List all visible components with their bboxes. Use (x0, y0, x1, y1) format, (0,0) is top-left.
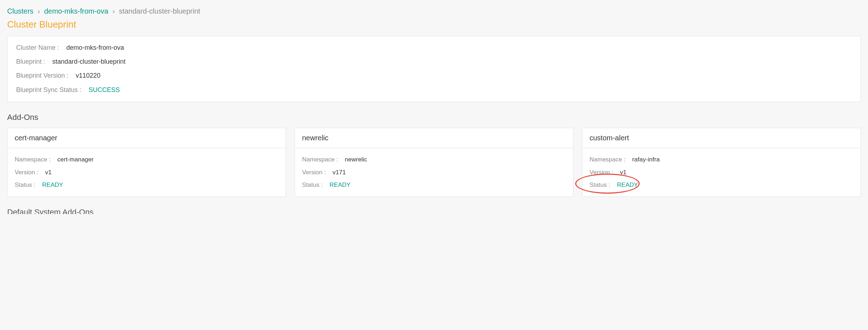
breadcrumb-separator-icon: › (38, 7, 40, 15)
addon-version-value: v1 (45, 169, 52, 176)
blueprint-version-value: v110220 (76, 72, 100, 79)
addon-status-value: READY (330, 181, 351, 188)
addon-version-label: Version : (590, 169, 613, 176)
addon-title: newrelic (302, 134, 566, 142)
page-title: Cluster Blueprint (7, 19, 861, 30)
summary-row-blueprint-version: Blueprint Version : v110220 (16, 71, 852, 80)
sync-status-value: SUCCESS (89, 86, 120, 93)
addon-version-value: v171 (333, 169, 346, 176)
addon-status-label: Status : (590, 181, 610, 188)
addon-version-label: Version : (15, 169, 38, 176)
addon-card-newrelic: newrelic Namespace : newrelic Version : … (295, 128, 573, 197)
addon-card-cert-manager: cert-manager Namespace : cert-manager Ve… (7, 128, 286, 197)
addon-row-version: Version : v171 (302, 168, 566, 177)
addon-row-status: Status : READY (15, 181, 278, 189)
addon-row-namespace: Namespace : rafay-infra (590, 155, 853, 164)
breadcrumb-current: standard-cluster-blueprint (119, 7, 200, 15)
addon-namespace-value: cert-manager (57, 156, 94, 163)
addon-status-value: READY (617, 181, 638, 188)
blueprint-version-label: Blueprint Version : (16, 72, 68, 79)
addon-namespace-label: Namespace : (302, 156, 338, 163)
addon-card-custom-alert: custom-alert Namespace : rafay-infra Ver… (582, 128, 861, 197)
addon-status-label: Status : (15, 181, 35, 188)
addon-body: Namespace : rafay-infra Version : v1 Sta… (582, 148, 860, 196)
addon-namespace-value: rafay-infra (632, 156, 660, 163)
breadcrumb-link-clusters[interactable]: Clusters (7, 7, 33, 15)
addon-row-namespace: Namespace : newrelic (302, 155, 566, 164)
addon-row-version: Version : v1 (590, 168, 853, 177)
addon-grid: cert-manager Namespace : cert-manager Ve… (7, 128, 861, 197)
summary-row-blueprint: Blueprint : standard-cluster-blueprint (16, 57, 852, 66)
addon-title: custom-alert (590, 134, 853, 142)
addon-header: cert-manager (8, 128, 286, 148)
addon-status-value: READY (42, 181, 63, 188)
blueprint-value: standard-cluster-blueprint (52, 58, 125, 65)
breadcrumb-separator-icon: › (113, 7, 115, 15)
summary-card: Cluster Name : demo-mks-from-ova Bluepri… (7, 36, 861, 102)
addon-header: custom-alert (582, 128, 860, 148)
addon-body: Namespace : cert-manager Version : v1 St… (8, 148, 286, 196)
breadcrumb-link-cluster[interactable]: demo-mks-from-ova (44, 7, 108, 15)
addon-body: Namespace : newrelic Version : v171 Stat… (295, 148, 573, 196)
cluster-name-label: Cluster Name : (16, 44, 59, 51)
addon-status-label: Status : (302, 181, 323, 188)
addon-version-value: v1 (620, 169, 626, 176)
addon-namespace-label: Namespace : (15, 156, 51, 163)
addon-title: cert-manager (15, 134, 278, 142)
addon-row-status: Status : READY (590, 181, 853, 189)
addon-version-label: Version : (302, 169, 326, 176)
addon-namespace-label: Namespace : (590, 156, 625, 163)
summary-row-sync-status: Blueprint Sync Status : SUCCESS (16, 86, 852, 94)
breadcrumb: Clusters › demo-mks-from-ova › standard-… (7, 7, 861, 15)
addon-header: newrelic (295, 128, 573, 148)
sync-status-label: Blueprint Sync Status : (16, 86, 81, 93)
addon-row-namespace: Namespace : cert-manager (15, 155, 278, 164)
addon-row-version: Version : v1 (15, 168, 278, 177)
default-section-title: Default System Add-Ons (7, 208, 861, 214)
addons-section-title: Add-Ons (7, 113, 861, 122)
addon-namespace-value: newrelic (345, 156, 367, 163)
blueprint-label: Blueprint : (16, 58, 45, 65)
cluster-name-value: demo-mks-from-ova (66, 44, 124, 51)
addon-row-status: Status : READY (302, 181, 566, 189)
summary-row-cluster-name: Cluster Name : demo-mks-from-ova (16, 43, 852, 52)
